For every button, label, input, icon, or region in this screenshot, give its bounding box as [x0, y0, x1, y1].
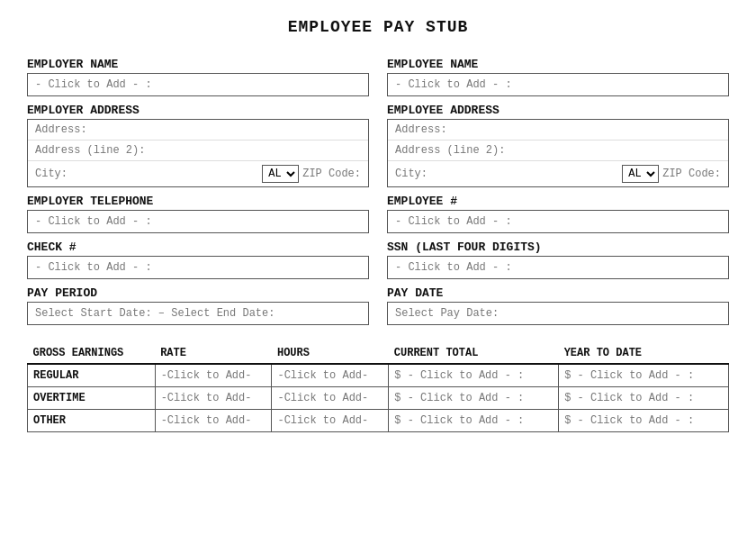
row-hours-1[interactable]: -Click to Add- [272, 387, 389, 410]
employee-address-line1[interactable]: Address: [388, 120, 728, 141]
employer-phone-label: EMPLOYER TELEPHONE [27, 195, 369, 208]
ssn-input[interactable]: - Click to Add - : [387, 256, 729, 279]
ssn-label: SSN (LAST FOUR DIGITS) [387, 240, 729, 254]
row-current-1[interactable]: $ - Click to Add - : [389, 387, 559, 410]
pay-period-input[interactable]: Select Start Date: – Select End Date: [27, 302, 369, 325]
row-label-0: REGULAR [28, 364, 156, 387]
employer-address-box: Address: Address (line 2): City: ALAKAZA… [27, 119, 369, 187]
employer-address-line2[interactable]: Address (line 2): [28, 141, 368, 161]
employer-city-row: City: ALAKAZARCACOCTDEFLGAHIIDILINIAKSKY… [28, 161, 368, 186]
employee-name-input[interactable]: - Click to Add - : [387, 73, 729, 96]
earnings-section: GROSS EARNINGS RATE HOURS CURRENT TOTAL … [27, 343, 729, 432]
check-input[interactable]: - Click to Add - : [27, 256, 369, 279]
row-current-0[interactable]: $ - Click to Add - : [389, 364, 559, 387]
employee-name-label: EMPLOYEE NAME [387, 58, 729, 71]
right-column: EMPLOYEE NAME - Click to Add - : EMPLOYE… [387, 50, 729, 325]
row-label-2: OTHER [28, 410, 156, 432]
th-gross: GROSS EARNINGS [28, 343, 156, 364]
row-ytd-2[interactable]: $ - Click to Add - : [559, 410, 729, 432]
left-column: EMPLOYER NAME - Click to Add - : EMPLOYE… [27, 50, 369, 325]
earnings-row: REGULAR -Click to Add- -Click to Add- $ … [28, 364, 729, 387]
row-rate-1[interactable]: -Click to Add- [155, 387, 272, 410]
employee-num-input[interactable]: - Click to Add - : [387, 210, 729, 233]
pay-period-start-label: Select Start Date: [35, 307, 152, 320]
employer-name-label: EMPLOYER NAME [27, 58, 369, 71]
employer-phone-input[interactable]: - Click to Add - : [27, 210, 369, 233]
pay-date-input[interactable]: Select Pay Date: [387, 302, 729, 325]
th-ytd: YEAR TO DATE [559, 343, 729, 364]
row-hours-2[interactable]: -Click to Add- [272, 410, 389, 432]
pay-period-dash: – [158, 307, 171, 320]
row-label-1: OVERTIME [28, 387, 156, 410]
row-hours-0[interactable]: -Click to Add- [272, 364, 389, 387]
th-current: CURRENT TOTAL [389, 343, 559, 364]
employee-address-label: EMPLOYEE ADDRESS [387, 104, 729, 117]
th-hours: HOURS [272, 343, 389, 364]
employee-address-box: Address: Address (line 2): City: ALAKAZA… [387, 119, 729, 187]
row-rate-0[interactable]: -Click to Add- [155, 364, 272, 387]
employee-city-label[interactable]: City: [395, 168, 618, 180]
employee-zip-label: ZIP Code: [662, 168, 721, 180]
earnings-table: GROSS EARNINGS RATE HOURS CURRENT TOTAL … [27, 343, 729, 432]
row-current-2[interactable]: $ - Click to Add - : [389, 410, 559, 432]
employer-city-label[interactable]: City: [35, 168, 258, 180]
employer-zip-label: ZIP Code: [302, 168, 361, 180]
employer-address-line1[interactable]: Address: [28, 120, 368, 141]
th-rate: RATE [155, 343, 272, 364]
employer-address-label: EMPLOYER ADDRESS [27, 104, 369, 117]
row-ytd-1[interactable]: $ - Click to Add - : [559, 387, 729, 410]
check-label: CHECK # [27, 240, 369, 254]
row-ytd-0[interactable]: $ - Click to Add - : [559, 364, 729, 387]
earnings-row: OTHER -Click to Add- -Click to Add- $ - … [28, 410, 729, 432]
employee-state-select[interactable]: ALAKAZARCACOCTDEFLGAHIIDILINIAKSKYLAMEMD… [622, 165, 659, 183]
earnings-row: OVERTIME -Click to Add- -Click to Add- $… [28, 387, 729, 410]
employer-name-input[interactable]: - Click to Add - : [27, 73, 369, 96]
employee-num-label: EMPLOYEE # [387, 195, 729, 208]
employer-state-select[interactable]: ALAKAZARCACOCTDEFLGAHIIDILINIAKSKYLAMEMD… [262, 165, 299, 183]
pay-period-label: PAY PERIOD [27, 286, 369, 300]
employee-address-line2[interactable]: Address (line 2): [388, 141, 728, 161]
pay-date-label: PAY DATE [387, 286, 729, 300]
page-title: EMPLOYEE PAY STUB [27, 18, 729, 36]
row-rate-2[interactable]: -Click to Add- [155, 410, 272, 432]
pay-period-end-label: Select End Date: [171, 307, 274, 320]
employee-city-row: City: ALAKAZARCACOCTDEFLGAHIIDILINIAKSKY… [388, 161, 728, 186]
